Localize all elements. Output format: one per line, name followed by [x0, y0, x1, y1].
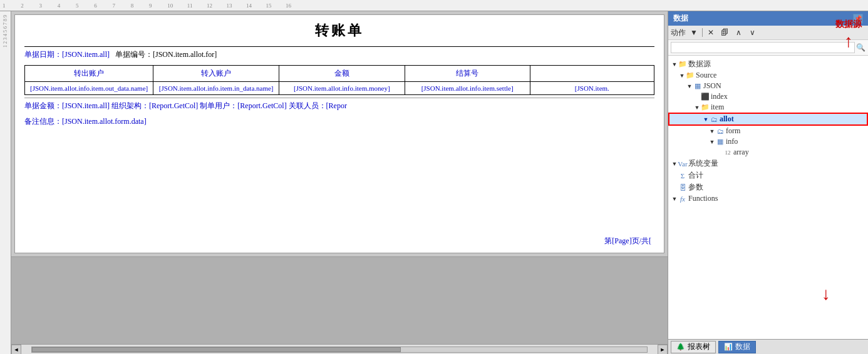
toolbar-dropdown-btn[interactable]: ▼ — [688, 27, 700, 38]
bottom-scrollbar[interactable]: ◄ ► — [11, 344, 668, 354]
icon-array: 12 — [723, 148, 732, 157]
icon-functions: fx — [678, 195, 687, 203]
label-functions: Functions — [688, 194, 718, 203]
cell-out: [JSON.item.allot.info.item.out_data.name… — [25, 82, 153, 95]
panel-header: 数据 📌 — [668, 11, 868, 26]
tree-item-sum[interactable]: Σ 合计 — [668, 169, 868, 181]
cell-settle: [JSON.item.allot.info.item.settle] — [405, 82, 530, 95]
cell-in: [JSON.item.allot.info.item.in_data.name] — [153, 82, 279, 95]
tree-item-params[interactable]: 🗄 参数 — [668, 181, 868, 193]
icon-source: 📁 — [686, 71, 695, 80]
tree-item-array[interactable]: 12 array — [668, 147, 868, 158]
icon-json: ▦ — [693, 82, 702, 91]
icon-allot: 🗂 — [710, 115, 718, 124]
label-item: item — [711, 103, 724, 112]
tree-item-item[interactable]: ▼ 📁 item — [668, 102, 868, 113]
toolbar-separator-1 — [702, 28, 703, 37]
search-input[interactable] — [671, 42, 855, 53]
vertical-ruler: 1 2 3 4 5 6 7 8 9 — [0, 11, 11, 354]
toggle-allot[interactable]: ▼ — [702, 116, 710, 123]
toggle-form[interactable]: ▼ — [708, 128, 716, 135]
toolbar-down-btn[interactable]: ∨ — [747, 27, 758, 38]
toggle-source[interactable]: ▼ — [678, 72, 686, 79]
toggle-functions[interactable]: ▼ — [671, 195, 678, 203]
tree-item-datasource[interactable]: ▼ 📁 数据源 — [668, 58, 868, 70]
annotation-arrow-2: ↓ — [822, 284, 830, 303]
page-canvas: 转账单 单据日期：[JSON.item.all] 单据编号：[JSON.item… — [14, 14, 664, 253]
bottom-tabs: 🌲 报表树 📊 数据 — [668, 339, 868, 354]
tree-item-sysvar[interactable]: ▼ Var 系统变量 — [668, 158, 868, 169]
col-header-extra — [530, 66, 654, 82]
tree-item-json[interactable]: ▼ ▦ JSON — [668, 81, 868, 91]
data-table: 转出账户 转入账户 金额 结算号 [JSON.item.allot.info.i… — [24, 65, 654, 95]
label-info: info — [726, 137, 738, 146]
col-header-out: 转出账户 — [25, 66, 153, 82]
summary-row: 单据金额：[JSON.item.all] 组织架构：[Report.GetCol… — [24, 98, 654, 114]
label-json: JSON — [703, 81, 721, 91]
scrollbar-track[interactable] — [31, 346, 648, 353]
label-sum: 合计 — [688, 170, 703, 181]
tree-item-form[interactable]: ▼ 🗂 form — [668, 126, 868, 136]
toolbar-action-label: 动作 — [671, 28, 686, 38]
icon-item: 📁 — [701, 103, 710, 112]
toggle-params[interactable] — [671, 184, 678, 191]
tab-data[interactable]: 📊 数据 — [718, 341, 756, 353]
toggle-datasource[interactable]: ▼ — [671, 61, 678, 68]
meta-row-1: 单据日期：[JSON.item.all] 单据编号：[JSON.item.all… — [24, 46, 654, 60]
label-index: index — [711, 92, 728, 101]
label-array: array — [733, 148, 749, 157]
tab-data-icon: 📊 — [724, 343, 733, 351]
scrollbar-thumb[interactable] — [32, 347, 401, 352]
meta-num-label: 单据编号：[JSON.item.allot.for] — [111, 50, 217, 59]
tree-item-functions[interactable]: ▼ fx Functions — [668, 193, 868, 204]
toolbar-copy-btn[interactable]: 🗐 — [719, 27, 730, 38]
label-source: Source — [696, 71, 716, 80]
tree-item-index[interactable]: ⬛ index — [668, 91, 868, 102]
cell-extra: [JSON.item. — [530, 82, 654, 95]
toggle-json[interactable]: ▼ — [686, 83, 693, 90]
page-title: 转账单 — [24, 21, 654, 40]
search-icon: 🔍 — [856, 43, 865, 53]
label-datasource: 数据源 — [688, 59, 711, 69]
panel-controls: 📌 — [853, 14, 863, 24]
icon-datasource: 📁 — [678, 60, 687, 69]
right-panel: 数据 📌 动作 ▼ ✕ 🗐 ∧ ∨ 🔍 ▼ 📁 — [668, 11, 868, 354]
toolbar-delete-btn[interactable]: ✕ — [705, 27, 716, 38]
tab-report-tree[interactable]: 🌲 报表树 — [671, 341, 716, 353]
panel-pin-btn[interactable]: 📌 — [853, 14, 863, 24]
tree-item-allot[interactable]: ▼ 🗂 allot — [668, 113, 868, 126]
label-params: 参数 — [688, 182, 703, 193]
annotation-container-2: ↓ — [822, 284, 830, 304]
panel-title: 数据 — [673, 13, 688, 24]
tab-report-tree-label: 报表树 — [688, 341, 710, 352]
page-footer: 第[Page]页/共[ — [604, 236, 651, 246]
col-header-in: 转入账户 — [153, 66, 279, 82]
ruler-bar: 1 2 3 4 5 6 7 8 9 10 11 12 13 14 15 16 — [0, 0, 868, 11]
toggle-array[interactable] — [716, 149, 723, 156]
toggle-sum[interactable] — [671, 172, 678, 180]
toggle-item[interactable]: ▼ — [693, 104, 701, 111]
toggle-index[interactable] — [693, 93, 701, 101]
remarks-row: 备注信息：[JSON.item.allot.form.data] — [24, 114, 654, 129]
panel-toolbar: 动作 ▼ ✕ 🗐 ∧ ∨ — [668, 26, 868, 40]
scroll-right-btn[interactable]: ► — [658, 345, 668, 355]
tree-area: ▼ 📁 数据源 ▼ 📁 Source ▼ ▦ JSON — [668, 56, 868, 339]
tree-item-source[interactable]: ▼ 📁 Source — [668, 70, 868, 81]
icon-sysvar: Var — [678, 159, 687, 168]
toggle-info[interactable]: ▼ — [708, 138, 716, 146]
icon-index: ⬛ — [701, 93, 710, 101]
table-row: [JSON.item.allot.info.item.out_data.name… — [25, 82, 654, 95]
scroll-left-btn[interactable]: ◄ — [11, 345, 21, 355]
tree-item-info[interactable]: ▼ ▦ info — [668, 136, 868, 147]
cell-amount: [JSON.item.allot.info.item.money] — [279, 82, 405, 95]
toolbar-up-btn[interactable]: ∧ — [733, 27, 744, 38]
tab-report-tree-icon: 🌲 — [676, 343, 685, 351]
toggle-sysvar[interactable]: ▼ — [671, 160, 678, 168]
col-header-amount: 金额 — [279, 66, 405, 82]
gray-footer-area — [11, 256, 668, 344]
icon-info: ▦ — [716, 138, 725, 146]
search-box: 🔍 — [668, 40, 868, 56]
label-sysvar: 系统变量 — [688, 158, 718, 169]
icon-params: 🗄 — [678, 183, 687, 192]
label-form: form — [726, 126, 740, 136]
